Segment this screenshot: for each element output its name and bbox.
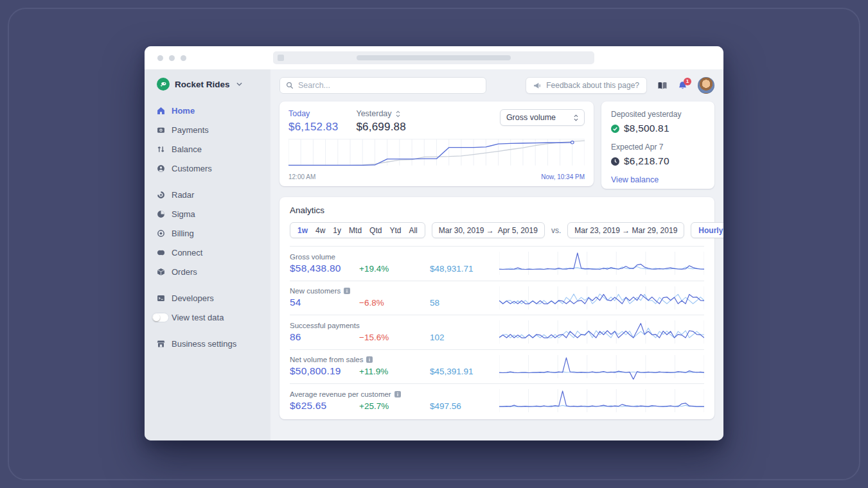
connect-icon [157, 248, 165, 257]
feedback-button[interactable]: Feedback about this page? [526, 77, 647, 94]
url-placeholder-bar [357, 55, 511, 60]
metric-sparkline [499, 250, 704, 276]
metric-label: Net volume from sales [290, 356, 499, 363]
window-minimize-button[interactable] [169, 55, 175, 61]
period-1y[interactable]: 1y [329, 226, 345, 235]
metric-row-gross-volume[interactable]: Gross volume$58,438.80+19.4%$48,931.71 [290, 246, 704, 281]
info-icon[interactable] [366, 356, 373, 363]
metric-row-net-volume-from-sales[interactable]: Net volume from sales$50,800.19+11.9%$45… [290, 349, 704, 384]
check-circle-icon [611, 125, 619, 133]
topbar: Feedback about this page? 1 [279, 77, 714, 94]
yesterday-column: Yesterday $6,699.88 [356, 109, 405, 134]
period-qtd[interactable]: Qtd [366, 226, 385, 235]
metric-row-successful-payments[interactable]: Successful payments86−15.6%102 [290, 315, 704, 349]
sidebar-item-label: View test data [172, 313, 224, 322]
now-marker [571, 141, 574, 144]
expected-value: $6,218.70 [624, 155, 669, 167]
chart-x-now-label: Now, 10:34 PM [541, 173, 585, 180]
metric-row-average-revenue-per-customer[interactable]: Average revenue per customer$625.65+25.7… [290, 383, 704, 418]
metric-label: Gross volume [290, 253, 499, 261]
info-icon[interactable] [394, 391, 401, 397]
sidebar-item-payments[interactable]: Payments [157, 123, 270, 136]
metric-label-text: Successful payments [290, 322, 360, 329]
granularity-hourly[interactable]: Hourly [698, 226, 723, 235]
sidebar-item-home[interactable]: Home [157, 104, 270, 117]
view-balance-link[interactable]: View balance [611, 175, 705, 184]
metric-values: $625.65+25.7%$497.56 [290, 400, 499, 412]
analytics-card: Analytics 1w4w1yMtdQtdYtdAll Mar 30, 201… [279, 197, 714, 419]
deposited-value: $8,500.81 [624, 123, 669, 134]
metric-values: $50,800.19+11.9%$45,391.91 [290, 365, 499, 377]
home-icon [157, 107, 165, 115]
payments-icon [157, 126, 165, 134]
sidebar-item-developers[interactable]: Developers [157, 292, 270, 304]
sidebar-item-business-settings[interactable]: Business settings [157, 337, 270, 350]
dashboard-app: Rocket Rides HomePaymentsBalanceCustomer… [145, 69, 723, 440]
window-close-button[interactable] [157, 55, 163, 61]
sidebar-item-radar[interactable]: Radar [157, 188, 270, 201]
metric-meta: Successful payments86−15.6%102 [290, 322, 499, 343]
metric-select[interactable]: Gross volume [500, 109, 585, 126]
main-content: Feedback about this page? 1 [270, 69, 723, 440]
period-1w[interactable]: 1w [294, 226, 312, 235]
previous-range-button[interactable]: Mar 23, 2019 → Mar 29, 2019 [567, 222, 684, 238]
notifications-bell-icon[interactable]: 1 [678, 81, 687, 91]
yesterday-label: Yesterday [356, 109, 391, 118]
sidebar-item-label: Radar [172, 190, 194, 200]
balance-icon [157, 145, 165, 153]
yesterday-sort-control[interactable]: Yesterday [356, 109, 405, 118]
info-icon[interactable] [344, 288, 350, 294]
sidebar-item-customers[interactable]: Customers [157, 162, 270, 175]
account-switcher[interactable]: Rocket Rides [157, 78, 270, 91]
metric-compare-value: 58 [430, 298, 439, 308]
metric-row-new-customers[interactable]: New customers54−6.8%58 [290, 281, 704, 315]
metric-label-text: New customers [290, 287, 341, 295]
sidebar-group: Business settings [157, 337, 270, 350]
metric-compare-value: 102 [430, 333, 445, 342]
test-data-toggle[interactable] [152, 313, 169, 322]
metric-sparkline [499, 285, 704, 311]
today-overview-card: Today $6,152.83 Yesterday $6,699.88 Gros… [279, 101, 594, 186]
metric-delta: +19.4% [359, 264, 430, 274]
user-avatar[interactable] [698, 77, 714, 94]
docs-book-icon[interactable] [657, 82, 668, 90]
sidebar-item-billing[interactable]: Billing [157, 227, 270, 240]
feedback-label: Feedback about this page? [546, 81, 639, 90]
sidebar-item-label: Orders [172, 267, 197, 277]
period-ytd[interactable]: Ytd [385, 226, 405, 235]
sidebar-item-sigma[interactable]: Sigma [157, 207, 270, 220]
metric-label: Average revenue per customer [290, 390, 499, 398]
sidebar-item-label: Payments [172, 125, 209, 135]
balance-summary-card: Deposited yesterday $8,500.81 Expected A… [601, 101, 714, 189]
current-range-button[interactable]: Mar 30, 2019 → Apr 5, 2019 [432, 222, 545, 238]
sidebar-item-label: Business settings [172, 339, 236, 349]
sidebar-item-orders[interactable]: Orders [157, 265, 270, 278]
sidebar-item-view-test-data[interactable]: View test data [157, 311, 270, 324]
period-all[interactable]: All [405, 226, 421, 235]
search-input[interactable] [298, 81, 480, 90]
metric-meta: Average revenue per customer$625.65+25.7… [290, 390, 499, 412]
metric-current-value: $625.65 [290, 400, 359, 412]
customers-icon [157, 164, 165, 173]
expected-label: Expected Apr 7 [611, 143, 705, 152]
overview-row: Today $6,152.83 Yesterday $6,699.88 Gros… [279, 101, 714, 189]
sidebar-item-connect[interactable]: Connect [157, 246, 270, 259]
sigma-icon [157, 210, 165, 218]
browser-url-bar[interactable] [273, 51, 594, 64]
yesterday-value: $6,699.88 [356, 121, 405, 134]
sidebar-item-balance[interactable]: Balance [157, 143, 270, 155]
window-zoom-button[interactable] [181, 55, 186, 61]
period-4w[interactable]: 4w [312, 226, 329, 235]
sidebar-group: RadarSigmaBillingConnectOrders [157, 188, 270, 278]
metric-meta: Gross volume$58,438.80+19.4%$48,931.71 [290, 253, 499, 274]
browser-window: Rocket Rides HomePaymentsBalanceCustomer… [145, 46, 723, 440]
sidebar-group: DevelopersView test data [157, 292, 270, 324]
sidebar: Rocket Rides HomePaymentsBalanceCustomer… [145, 69, 270, 440]
period-mtd[interactable]: Mtd [345, 226, 366, 235]
sidebar-item-label: Customers [172, 164, 212, 173]
metric-meta: New customers54−6.8%58 [290, 287, 499, 308]
today-label: Today [288, 109, 338, 118]
metric-sparkline [499, 354, 704, 379]
select-arrows-icon [574, 114, 578, 121]
orders-icon [157, 268, 165, 276]
